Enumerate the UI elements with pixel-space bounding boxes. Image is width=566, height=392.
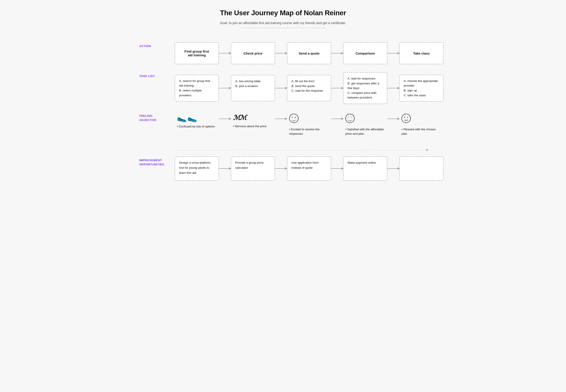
arrow-line [387,53,399,54]
arrow-2-3 [275,53,287,54]
task-section: TASK LIST A. search for group first aid … [139,64,427,104]
mouth [404,120,408,120]
arrow-line [219,119,231,119]
task-box-2: A. see pricing tableB. pick a location [231,75,275,101]
feeling-box-2: ℳℳ Nervous about the price [231,112,275,143]
arrow-line [275,88,287,88]
action-content: Find group firstaid training Check price… [175,42,444,64]
improvement-section: IMPROVEMENTOPPORTUNITIES Design a cross-… [139,150,427,187]
arrow-line [275,119,287,119]
feeling-arrow-3 [331,119,343,119]
improvement-text-3: Use application form instead of quote [291,160,327,170]
arrow-line [331,119,343,119]
improvement-box-2: Provide a group price calculator [231,156,275,181]
improvement-text-2: Provide a group price calculator [235,160,271,170]
mouth [348,119,352,121]
arrow-line [219,53,231,54]
eye-right [407,117,408,118]
eye-left [292,117,293,118]
improvement-box-3: Use application form instead of quote [287,156,331,181]
feeling-box-3: Excited to receive the responses [287,112,331,143]
feeling-arrow-1 [219,119,231,119]
improvement-arrow-4 [387,168,399,169]
feeling-box-4: ♡ ♡ Satisfied with the affordable price … [343,112,387,143]
arrow-line [219,168,231,169]
task-arrow-2 [275,88,287,88]
eye-right [295,117,296,118]
improvement-arrow-1 [219,168,231,169]
title-divider [241,28,325,28]
happy-icon [289,114,298,126]
action-box-3: Send a quote [287,42,331,64]
feeling-arrow-4 [387,119,399,119]
action-text-3: Send a quote [299,52,319,55]
arrow-line [275,53,287,54]
arrow-line [387,168,399,169]
feeling-label-col: FEELINGADJECTIVE [139,112,175,122]
mouth [292,119,296,121]
action-label: ACTION [139,44,151,48]
feeling-label: FEELINGADJECTIVE [139,114,156,122]
task-box-1: A. search for group first aid trainingB.… [175,75,219,102]
nervous-icon: ℳℳ [233,114,246,122]
arrow-end: ▶ [426,148,429,151]
task-label: TASK LIST [139,74,155,78]
action-text-1: Find group firstaid training [185,49,209,57]
improvement-content: Design a cross-platform tool for young a… [175,156,444,181]
pleased-icon [402,114,411,126]
improvement-arrow-3 [331,168,343,169]
improvement-box-1: Design a cross-platform tool for young a… [175,156,219,181]
improvement-text-1: Design a cross-platform tool for young a… [179,160,214,176]
task-text-3: A. fill out the formB. send the quoteC. … [291,79,323,93]
task-box-4: A. wait for responsesB. get responses af… [343,72,387,104]
page-subtitle: Goal: to join an affordable first aid tr… [139,21,427,25]
satisfied-icon: ♡ ♡ [345,114,355,126]
feeling-content: 🥿🥿 Confused by lots of options ℳℳ Nervou… [175,112,444,143]
feeling-text-1: Confused by lots of options [177,124,215,129]
feeling-text-3: Excited to receive the responses [289,127,329,136]
arrow-line [331,53,343,54]
task-content: A. search for group first aid trainingB.… [175,72,444,104]
confused-icon: 🥿🥿 [177,114,198,122]
task-text-1: A. search for group first aid trainingB.… [179,79,214,98]
task-arrow-4 [387,88,399,88]
page-container: The User Journey Map of Nolan Reiner Goa… [139,9,427,383]
arrow-line [275,168,287,169]
action-text-5: Take class [413,52,430,55]
action-box-4: Comparison [343,42,387,64]
improvement-label-col: IMPROVEMENTOPPORTUNITIES [139,156,175,167]
arrow-line [219,88,231,88]
feeling-text-4: Satisfied with the affordable price and … [345,127,385,136]
arrow-1-2 [219,53,231,54]
task-label-col: TASK LIST [139,72,175,78]
feeling-section: FEELINGADJECTIVE 🥿🥿 Confused by lots of … [139,104,427,143]
action-box-1: Find group firstaid training [175,42,219,64]
action-label-col: ACTION [139,42,175,48]
action-box-5: Take class [399,42,444,64]
improvement-box-4: Make payment online [343,156,387,181]
arrow-line [387,119,399,119]
improvement-text-4: Make payment online [348,160,376,165]
task-text-4: A. wait for responsesB. get responses af… [348,76,383,100]
action-section: ACTION Find group firstaid training Chec… [139,36,427,64]
task-box-3: A. fill out the formB. send the quoteC. … [287,75,331,101]
improvement-label: IMPROVEMENTOPPORTUNITIES [139,159,164,166]
action-text-2: Check price [243,52,262,55]
feeling-box-5: Pleased with the chosen plan [399,112,444,143]
task-arrow-1 [219,88,231,88]
action-text-4: Comparison [356,52,375,55]
page-title: The User Journey Map of Nolan Reiner [139,9,427,17]
task-arrow-3 [331,88,343,88]
action-box-2: Check price [231,42,275,64]
arrow-4-5 [387,53,399,54]
eye-left [404,117,405,118]
task-text-5: A. choose the appropriate providerB. sig… [404,79,439,98]
feeling-arrow-2 [275,119,287,119]
arrow-3-4 [331,53,343,54]
arrow-line [387,88,399,88]
feeling-text-5: Pleased with the chosen plan [402,127,441,136]
improvement-box-5 [399,156,444,181]
arrow-line [331,168,343,169]
feeling-text-2: Nervous about the price [233,124,267,128]
improvement-arrow-2 [275,168,287,169]
